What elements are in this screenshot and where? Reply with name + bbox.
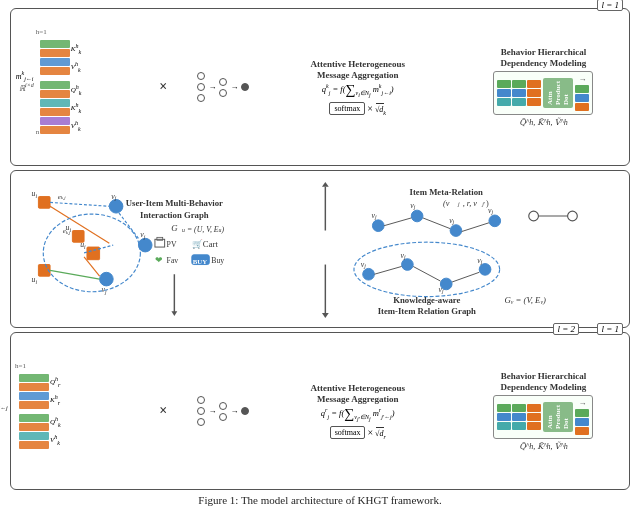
down-arrow-head2 [322,313,329,318]
top-m-label: mkj←i [16,70,34,82]
bottom-formula: qrj = f(∑vj'∈Nj mrj'←j) [321,406,395,422]
rv-5 [363,268,375,280]
bh-b2 [512,89,526,97]
rv-label-6: vj [401,251,406,260]
bk-o1 [19,401,49,409]
bottom-frac-den: √dr [375,428,386,440]
bbh-o1 [527,404,541,412]
meta-circle-2 [568,211,578,221]
edge-6 [119,213,138,238]
bnn-layer-3 [241,407,249,415]
bh-o2 [527,89,541,97]
graph-svg: ui ui ui vj vj vj ui [19,175,621,323]
bout-g [575,409,589,417]
top-dot-product: DotProductAttn [543,78,573,108]
left-graph-title: User-Item Multi-Behavior [126,198,223,208]
bh-g1 [497,80,511,88]
bottom-bh-arrow: → [578,399,586,408]
figure-caption: Figure 1: The model architecture of KHGT… [198,490,441,508]
top-nn: → → [197,72,249,102]
bottom-center: Attentive Heterogeneous Message Aggregat… [278,383,438,440]
bottom-bh-box: DotProductAttn → [493,395,593,439]
right-meta-jp: j' [481,201,486,207]
edge-label-1: ek,j [58,193,66,202]
bq-g1 [19,374,49,382]
main-container: l = 1 ℝi×d mkj←i h=1 n [0,0,640,512]
bottom-panel: l = 2 l = 1 mrj'←j h=1 Qhr [10,332,630,490]
bbh-t2 [512,422,526,430]
bottom-times-1: × [159,403,167,419]
right-meta-formula: (v [443,199,450,208]
bq-o2 [19,423,49,431]
top-left-matrices: ℝi×d mkj←i h=1 n [19,40,129,134]
rv-8 [479,264,491,276]
re-5 [413,266,440,281]
out-b [575,94,589,102]
sum-sym2: ∑ [344,406,354,421]
bbh-t1 [497,422,511,430]
top-bh-output: → [575,75,589,111]
right-meta-j: j [457,201,460,207]
bottom-bh-row1 [497,404,541,412]
fav-label: Fav [167,256,179,265]
q-block-g [40,81,70,89]
v-block-b1 [40,58,70,66]
bnn-c2 [197,407,205,415]
top-softmax-row: softmax × √dk [329,102,385,115]
top-n-label: n [36,128,40,136]
top-formula: qkj = f(∑vi∈Nj mkj←i) [322,82,394,98]
left-formula-rest: u = (U, V, Eu) [182,225,224,234]
bbh-o2 [527,413,541,421]
top-kv-stack: Khk Vhk [40,40,82,134]
top-bh-out-mats [575,85,589,111]
nn-layer-1 [197,72,205,102]
top-matrix-stack: mkj←i h=1 n Khk [40,40,82,134]
rv-3 [450,225,462,237]
top-h-label: h=1 [36,28,47,36]
bottom-v-row1: Vhk [19,432,61,449]
bottom-softmax: softmax [330,426,366,439]
vj-node-2 [138,238,152,252]
re-2 [423,218,450,229]
re-6 [452,272,479,282]
top-panel-label: l = 1 [597,0,623,11]
left-graph-title2: Interaction Graph [140,210,209,220]
nn-c4 [219,78,227,86]
bh-t1 [497,98,511,106]
fav-icon: ❤ [155,255,163,265]
top-dim-label: ℝi×d [19,82,34,93]
bh-g2 [512,80,526,88]
bnn-c5 [219,413,227,421]
re-4 [374,266,401,274]
bk-label1: Khr [50,394,60,406]
bv-t1 [19,432,49,440]
right-graph-title: Knowledge-aware [393,295,460,305]
bottom-bh-row2 [497,413,541,421]
left-graph-formula: G [171,223,178,233]
bottom-right: Behavior Hierarchical Dependency Modelin… [466,371,621,451]
bottom-q-row2: Qhk [19,414,61,431]
top-right-title: Behavior Hierarchical Dependency Modelin… [501,47,587,69]
re-1 [384,218,411,226]
sum-sym1: ∑ [346,82,356,97]
edge-1 [50,202,109,206]
bnn-c4 [219,402,227,410]
top-nn-diagram: → → [197,72,249,102]
nn-c1 [197,72,205,80]
nn-layer-3 [241,83,249,91]
v-label2: Vhk [71,120,81,132]
bottom-times-2: × [367,427,373,438]
ui-label-3: ui [32,275,38,285]
bottom-panel-label: l = 2 [553,323,579,335]
bottom-nn: → → [197,396,249,426]
bottom-left-matrices: mrj'←j h=1 Qhr [19,374,129,449]
bh-o3 [527,98,541,106]
bottom-output-labels: Q̃^h, K̃^h, Ṽ^h [519,442,567,451]
re-3 [462,223,489,232]
k-label2: Khk [71,102,81,114]
bottom-dot-product: DotProductAttn [543,402,573,432]
bottom-bh-inputs [497,404,541,430]
top-frac-den: √dk [375,104,386,116]
k-block-g1 [40,40,70,48]
v-block-o1 [40,67,70,75]
